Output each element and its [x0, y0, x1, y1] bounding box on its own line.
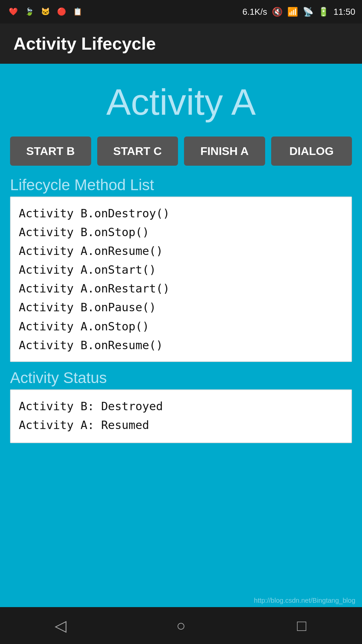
home-button[interactable]: ○ [164, 615, 198, 636]
lifecycle-entry-0: Activity B.onDestroy() [19, 204, 343, 223]
lifecycle-entry-6: Activity A.onStop() [19, 317, 343, 336]
icon-green: 🍃 [23, 5, 36, 18]
icon-red: 🔴 [55, 5, 68, 18]
wifi-icon: 📶 [287, 7, 298, 17]
lifecycle-entry-7: Activity B.onResume() [19, 336, 343, 355]
status-entry-1: Activity A: Resumed [19, 416, 343, 434]
mute-icon: 🔇 [272, 7, 283, 17]
lifecycle-entry-5: Activity B.onPause() [19, 298, 343, 317]
status-bar-right: 6.1K/s 🔇 📶 📡 🔋 11:50 [242, 7, 355, 17]
status-section: Activity Status Activity B: Destroyed Ac… [10, 369, 352, 443]
recents-button[interactable]: □ [285, 615, 318, 636]
dialog-button[interactable]: DIALOG [271, 137, 352, 166]
icon-clipboard: 📋 [71, 5, 84, 18]
main-content: Activity A START B START C FINISH A DIAL… [0, 64, 362, 607]
lifecycle-section-title: Lifecycle Method List [10, 176, 352, 194]
lifecycle-log-box: Activity B.onDestroy() Activity B.onStop… [10, 197, 352, 362]
start-b-button[interactable]: START B [10, 137, 91, 166]
status-entry-0: Activity B: Destroyed [19, 397, 343, 416]
start-c-button[interactable]: START C [97, 137, 178, 166]
buttons-row: START B START C FINISH A DIALOG [10, 137, 352, 166]
activity-title: Activity A [10, 74, 352, 130]
signal-icon: 📡 [303, 7, 313, 17]
icon-heart: ❤️ [7, 5, 19, 18]
battery-icon: 🔋 [318, 7, 329, 17]
finish-a-button[interactable]: FINISH A [184, 137, 265, 166]
app-bar: Activity Lifecycle [0, 23, 362, 64]
lifecycle-entry-3: Activity A.onStart() [19, 260, 343, 279]
status-bar: ❤️ 🍃 🐱 🔴 📋 6.1K/s 🔇 📶 📡 🔋 11:50 [0, 0, 362, 23]
watermark: http://blog.csdn.net/Bingtang_blog [254, 597, 355, 604]
status-section-title: Activity Status [10, 369, 352, 387]
clock: 11:50 [334, 7, 355, 17]
lifecycle-entry-4: Activity A.onRestart() [19, 279, 343, 298]
status-log-box: Activity B: Destroyed Activity A: Resume… [10, 389, 352, 443]
icon-cat: 🐱 [39, 5, 52, 18]
lifecycle-section: Lifecycle Method List Activity B.onDestr… [10, 176, 352, 362]
network-speed: 6.1K/s [242, 7, 267, 17]
bottom-nav: ◁ ○ □ [0, 607, 362, 644]
lifecycle-entry-2: Activity A.onResume() [19, 241, 343, 260]
app-bar-title: Activity Lifecycle [13, 34, 156, 54]
lifecycle-entry-1: Activity B.onStop() [19, 223, 343, 241]
back-button[interactable]: ◁ [44, 615, 77, 636]
status-bar-left: ❤️ 🍃 🐱 🔴 📋 [7, 5, 84, 18]
